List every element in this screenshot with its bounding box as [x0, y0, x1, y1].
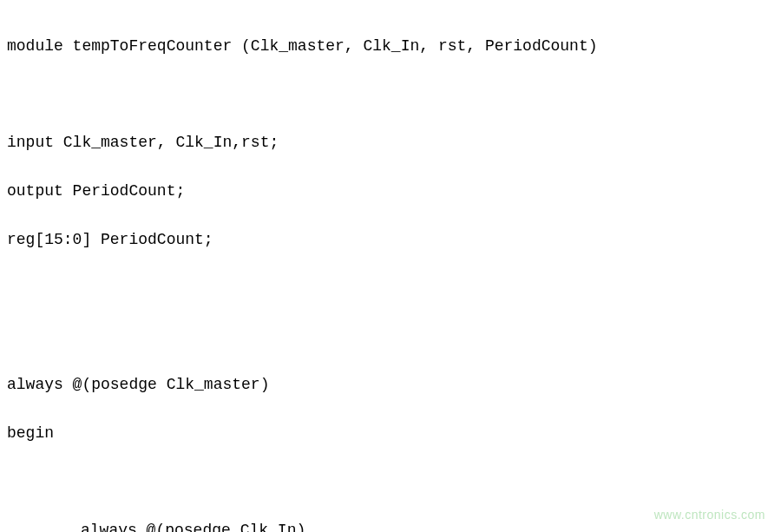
blank-line	[7, 325, 774, 350]
code-line: reg[15:0] PeriodCount;	[7, 228, 774, 253]
code-line: always @(posedge Clk_master)	[7, 373, 774, 397]
blank-line	[7, 470, 774, 495]
watermark-text: www.cntronics.com	[654, 506, 765, 525]
code-line: output PeriodCount;	[7, 180, 774, 204]
code-line: begin	[7, 422, 774, 446]
code-line: input Clk_master, Clk_In,rst;	[7, 131, 774, 155]
code-line: module tempToFreqCounter (Clk_master, Cl…	[7, 35, 774, 59]
blank-line	[7, 277, 774, 301]
verilog-code-block: module tempToFreqCounter (Clk_master, Cl…	[7, 10, 774, 532]
blank-line	[7, 83, 774, 108]
